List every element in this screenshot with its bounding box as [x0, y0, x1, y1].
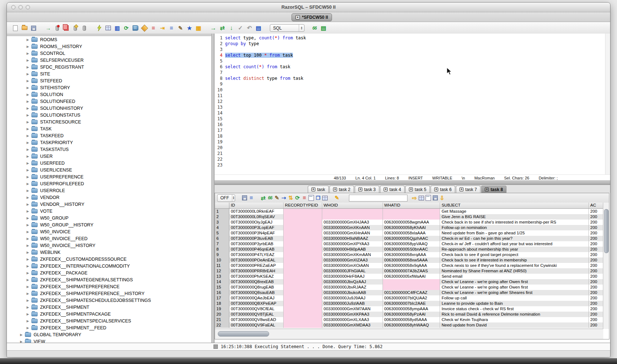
results-search-input[interactable]: [349, 195, 407, 202]
disclosure-triangle-icon[interactable]: ▶: [26, 141, 30, 144]
disclosure-triangle-icon[interactable]: ▶: [26, 113, 30, 117]
tree-item-selfserviceuser[interactable]: ▶SELFSERVICEUSER: [7, 57, 211, 64]
tree-item-w50-invoice-history[interactable]: ▶W50_INVOICE__HISTORY: [7, 242, 211, 249]
close-tab-icon[interactable]: ×: [434, 187, 438, 191]
sort-rows-icon[interactable]: ⇅: [287, 195, 294, 202]
row-number[interactable]: 11: [215, 263, 229, 268]
query-list-icon[interactable]: ≡: [150, 25, 157, 31]
tree-item-zkfedex-internationalcommodity[interactable]: ▶ZKFEDEX__INTERNATIONALCOMMODITY: [7, 263, 211, 269]
tree-item-vendor-history[interactable]: ▶VENDOR__HISTORY: [7, 201, 211, 208]
tree-item-userrole[interactable]: ▶USERROLE: [7, 187, 211, 194]
row-number[interactable]: 19: [215, 306, 229, 312]
row-number[interactable]: 20: [215, 312, 229, 317]
table-row-12[interactable]: 1200T3000000PRR8rEAH0033000000JFhGlAAL00…: [215, 268, 603, 274]
tree-item-userpreference[interactable]: ▶USERPREFERENCE: [7, 173, 211, 180]
split-divider[interactable]: [212, 34, 215, 343]
row-number[interactable]: 10: [215, 257, 229, 263]
highlight-pen-icon[interactable]: ✎: [333, 195, 340, 202]
horizontal-splitter[interactable]: [215, 181, 610, 185]
disclosure-triangle-icon[interactable]: ▶: [26, 292, 30, 295]
disconnect-database-icon[interactable]: [54, 25, 61, 31]
tree-item-userlicense[interactable]: ▶USERLICENSE: [7, 166, 211, 173]
editor-line-18[interactable]: 18: [215, 133, 610, 139]
close-tab-icon[interactable]: ×: [311, 187, 315, 191]
table-row-4[interactable]: 400T3000000P3LopEAF0033000000GmXKnAAN006…: [215, 225, 603, 230]
edit-notes-icon[interactable]: [425, 195, 432, 202]
editor-line-2[interactable]: 2group by type: [215, 41, 610, 47]
disclosure-triangle-icon[interactable]: ▶: [26, 107, 30, 110]
editor-line-3[interactable]: 3: [215, 47, 610, 52]
tree-item-vote[interactable]: ▶VOTE: [7, 208, 211, 214]
generate-sql-icon[interactable]: ▥: [114, 25, 121, 31]
result-tab-task[interactable]: ×task: [308, 186, 329, 193]
row-number[interactable]: 16: [215, 290, 229, 295]
row-number[interactable]: 9: [215, 252, 229, 257]
disclosure-triangle-icon[interactable]: ▶: [26, 134, 30, 138]
close-tab-icon[interactable]: ×: [459, 187, 463, 191]
tree-item-userfeed[interactable]: ▶USERFEED: [7, 160, 211, 166]
disclosure-triangle-icon[interactable]: ▶: [26, 120, 30, 124]
disclosure-triangle-icon[interactable]: ▶: [26, 285, 30, 289]
editor-line-5[interactable]: 5: [215, 58, 610, 64]
table-row-20[interactable]: 2000T3000000QV8TjEAL0033000000GmXKPAA300…: [215, 312, 603, 317]
close-document-icon[interactable]: ×: [295, 15, 300, 20]
result-tab-task-6[interactable]: ×task 6: [431, 186, 455, 193]
row-number[interactable]: 22: [215, 322, 229, 328]
tree-item-zkfedex-customaddresssource[interactable]: ▶ZKFEDEX__CUSTOMADDRESSSOURCE: [7, 256, 211, 263]
tree-item-w50-group-history[interactable]: ▶W50_GROUP__HISTORY: [7, 221, 211, 228]
editor-line-7[interactable]: 7: [215, 70, 610, 75]
tree-item-taskfeed[interactable]: ▶TASKFEED: [7, 132, 211, 139]
row-number[interactable]: 5: [215, 230, 229, 236]
export-data-icon[interactable]: ⇥: [159, 25, 166, 31]
disclosure-triangle-icon[interactable]: ▶: [26, 209, 30, 213]
disclosure-triangle-icon[interactable]: ▶: [26, 244, 30, 247]
tree-item-task[interactable]: ▶TASK: [7, 125, 211, 132]
database-docs-icon[interactable]: [132, 25, 139, 31]
form-view-icon[interactable]: [308, 195, 315, 202]
disclosure-triangle-icon[interactable]: ▶: [26, 251, 30, 254]
disclosure-triangle-icon[interactable]: ▶: [19, 333, 23, 337]
table-row-1[interactable]: 100T3000000L0RknEAFGet Massage200: [215, 209, 603, 214]
table-row-11[interactable]: 1100T3000000PREZaEAP0033000000GmXOiAAN00…: [215, 263, 603, 268]
disclosure-triangle-icon[interactable]: ▶: [26, 65, 30, 69]
row-number[interactable]: 6: [215, 236, 229, 241]
disclosure-triangle-icon[interactable]: ▶: [26, 271, 30, 275]
tree-item-zkfedex-shipmatescheduledjobssettings[interactable]: ▶ZKFEDEX__SHIPMATESCHEDULEDJOBSSETTINGS: [7, 297, 211, 304]
tree-item-sitefeed[interactable]: ▶SITEFEED: [7, 77, 211, 84]
go-search-icon[interactable]: ⇨: [411, 195, 418, 202]
row-number[interactable]: 13: [215, 274, 229, 279]
table-row-2[interactable]: 200T3000000L0RqSEAVGive Jenn a BIG RAISE…: [215, 214, 603, 220]
sql-mode-dropdown[interactable]: SQL▲▼: [270, 24, 305, 32]
disclosure-triangle-icon[interactable]: ▶: [26, 127, 30, 131]
refresh-results-icon[interactable]: ⇄: [260, 195, 267, 202]
result-tab-task-3[interactable]: ×task 3: [355, 186, 379, 193]
column-info-icon[interactable]: ⇢: [280, 195, 287, 202]
grid-vertical-scrollbar[interactable]: [603, 203, 609, 329]
close-tab-icon[interactable]: ×: [485, 187, 489, 191]
disclosure-triangle-icon[interactable]: ▶: [26, 72, 30, 76]
row-number[interactable]: 18: [215, 301, 229, 306]
tree-item-zkfedex-shipmatepreference-history[interactable]: ▶ZKFEDEX__SHIPMATEPREFERENCE__HISTORY: [7, 290, 211, 297]
row-number[interactable]: 3: [215, 220, 229, 225]
view-row-icon[interactable]: 66: [267, 195, 273, 202]
database-object-icon[interactable]: [81, 25, 88, 31]
table-row-16[interactable]: 1600T3000000Q8sauEAB0033000000JbukoAAB00…: [215, 290, 603, 295]
editor-line-19[interactable]: 19: [215, 139, 610, 145]
copy-with-headers-icon[interactable]: [322, 195, 328, 202]
editor-line-22[interactable]: 22: [215, 156, 610, 162]
execute-sql-icon[interactable]: [96, 25, 103, 31]
disclosure-triangle-icon[interactable]: ▶: [26, 278, 30, 282]
disclosure-triangle-icon[interactable]: ▶: [26, 79, 30, 83]
switch-connection-icon[interactable]: ⇄: [219, 25, 226, 31]
new-document-icon[interactable]: [12, 25, 19, 31]
disclosure-triangle-icon[interactable]: ▶: [26, 299, 30, 302]
edit-table-data-icon[interactable]: ▦: [195, 25, 202, 31]
results-grid[interactable]: IDRECORDTYPEIDWHOIDWHATIDSUBJECTAC100T30…: [215, 203, 603, 329]
row-number[interactable]: 12: [215, 268, 229, 274]
save-results-icon[interactable]: [241, 195, 248, 202]
tree-item-vendor[interactable]: ▶VENDOR: [7, 194, 211, 201]
disclosure-triangle-icon[interactable]: ▶: [26, 93, 30, 96]
save-edits-icon[interactable]: [432, 195, 439, 202]
open-file-icon[interactable]: [21, 25, 28, 31]
disclosure-triangle-icon[interactable]: ▶: [26, 175, 30, 179]
